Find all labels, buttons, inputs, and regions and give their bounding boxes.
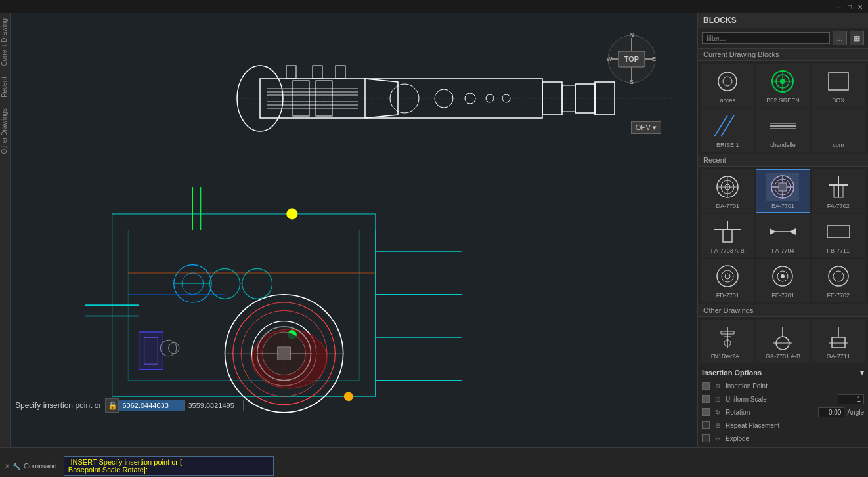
command-text-line2: Basepoint Scale Rotate]: <box>68 466 269 474</box>
block-ea7701-thumbnail <box>766 173 800 201</box>
block-cpm[interactable]: cpm <box>812 108 865 152</box>
current-drawing-header: Current Drawing Blocks <box>698 49 868 61</box>
canvas-area[interactable]: TOP N S E W OPV ▾ <box>11 13 697 447</box>
explode-row: ⊹ Explode <box>702 432 864 445</box>
more-options-button[interactable]: ... <box>833 31 847 45</box>
insertion-point-icon: ⊕ <box>712 381 723 391</box>
block-fe7701-label: FE-7701 <box>771 292 794 299</box>
other-drawings-blocks: ГN1Rev2A... GA-7701 A-B <box>698 317 868 363</box>
coord-y-input[interactable] <box>184 400 244 411</box>
svg-text:TOP: TOP <box>624 55 639 63</box>
bottom-bar: ✕ 🔧 Command : -INSERT Specify insertion … <box>0 447 868 477</box>
panel-toolbar: ... ▦ <box>698 28 868 49</box>
block-fa7702-thumbnail <box>821 173 856 201</box>
block-fb7711[interactable]: FB-7711 <box>812 214 865 257</box>
plan-drawing <box>11 187 697 418</box>
block-ga7711[interactable]: GA-7711 <box>812 320 865 363</box>
blocks-scroll-area[interactable]: Current Drawing Blocks acces <box>698 49 868 363</box>
svg-text:N: N <box>630 33 634 38</box>
rotation-icon: ↻ <box>712 407 723 417</box>
block-fa7703ab[interactable]: FA-7703 A-B <box>701 214 754 257</box>
plan-view[interactable] <box>11 187 697 418</box>
command-text-box[interactable]: -INSERT Specify insertion point or [ Bas… <box>64 456 274 476</box>
uniform-scale-value[interactable] <box>838 394 864 404</box>
uniform-scale-checkbox[interactable] <box>702 395 710 403</box>
block-acces-thumbnail <box>710 67 745 96</box>
command-wrench-icon[interactable]: 🔧 <box>12 461 21 470</box>
filter-input[interactable] <box>702 32 830 44</box>
svg-point-63 <box>287 209 297 219</box>
tab-other-drawings[interactable]: Other Drawings <box>0 103 10 159</box>
insertion-options-chevron: ▾ <box>860 368 864 377</box>
block-ga7701ab[interactable]: GA-7701 A-B <box>756 320 810 363</box>
block-b02green-label: B02 GREEN <box>766 97 800 104</box>
command-area: Specify insertion point or 🔒 <box>11 396 697 415</box>
block-fa7702[interactable]: FA-7702 <box>812 169 865 213</box>
block-fa7704[interactable]: FA-7704 <box>756 214 810 257</box>
block-fe7702[interactable]: FE-7702 <box>812 259 865 302</box>
svg-rect-85 <box>822 68 855 95</box>
block-fb7711-thumbnail <box>821 217 856 246</box>
command-close-button[interactable]: ✕ <box>3 461 12 470</box>
block-fa7704-thumbnail <box>766 217 800 246</box>
title-bar: ─ □ ✕ <box>0 0 868 13</box>
block-ga7711-label: GA-7711 <box>827 353 850 360</box>
svg-text:S: S <box>630 79 634 85</box>
svg-rect-106 <box>779 183 787 191</box>
block-fd7701[interactable]: FD-7701 <box>701 259 754 302</box>
block-gn1rev2a-thumbnail <box>710 323 745 352</box>
minimize-button[interactable]: ─ <box>834 1 844 12</box>
command-text-line1: -INSERT Specify insertion point or [ <box>68 458 269 466</box>
insertion-point-row: ⊕ Insertion Point <box>702 379 864 392</box>
view-settings-button[interactable]: ▦ <box>850 31 864 45</box>
block-ga7711-thumbnail <box>821 323 856 352</box>
tab-recent[interactable]: Recent <box>0 72 10 103</box>
svg-text:E: E <box>652 56 656 62</box>
block-ga7701ab-label: GA-7701 A-B <box>766 353 800 360</box>
block-box[interactable]: BOX <box>812 64 865 107</box>
block-fe7701[interactable]: FE-7701 <box>756 259 810 302</box>
panel-title-text: BLOCKS <box>703 16 737 25</box>
repeat-placement-checkbox[interactable] <box>702 421 710 429</box>
rotation-value[interactable] <box>818 407 844 417</box>
block-brise1-thumbnail <box>710 112 745 140</box>
block-fa7703ab-label: FA-7703 A-B <box>711 247 745 254</box>
svg-rect-94 <box>822 112 855 140</box>
block-gn1rev2a[interactable]: ГN1Rev2A... <box>701 320 754 363</box>
block-fd7701-thumbnail <box>710 262 745 291</box>
coord-x-input[interactable] <box>119 400 184 411</box>
explode-checkbox[interactable] <box>702 434 710 442</box>
block-box-label: BOX <box>832 97 844 104</box>
block-da7701-label: DA-7701 <box>716 203 739 209</box>
opv-button[interactable]: OPV ▾ <box>631 121 661 134</box>
restore-button[interactable]: □ <box>844 1 855 12</box>
uniform-scale-label: Uniform Scale <box>726 396 835 403</box>
left-side-tabs: Current Drawing Recent Other Drawings <box>0 13 11 447</box>
svg-point-128 <box>781 274 785 278</box>
block-acces[interactable]: acces <box>701 64 754 107</box>
block-chandelle[interactable]: chandelle <box>756 108 810 152</box>
block-b02-green[interactable]: B02 GREEN <box>756 64 810 107</box>
explode-icon: ⊹ <box>712 433 723 444</box>
current-drawing-blocks: acces B02 GREEN <box>698 61 868 154</box>
svg-text:W: W <box>607 56 613 62</box>
tab-current-drawing[interactable]: Current Drawing <box>0 13 10 72</box>
block-fe7701-thumbnail <box>766 262 800 291</box>
block-da7701[interactable]: DA-7701 <box>701 169 754 213</box>
block-brise1[interactable]: BRISE 1 <box>701 108 754 152</box>
block-fa7702-label: FA-7702 <box>827 203 850 209</box>
insertion-point-checkbox[interactable] <box>702 382 710 390</box>
lock-icon[interactable]: 🔒 <box>106 398 119 413</box>
block-ea7701-label: EA-7701 <box>771 203 794 209</box>
insertion-options-toggle[interactable]: Insertion Options ▾ <box>702 366 864 379</box>
close-button[interactable]: ✕ <box>855 1 865 12</box>
block-b02green-thumbnail <box>766 67 800 96</box>
angle-label: Angle <box>847 409 864 416</box>
block-ea7701[interactable]: EA-7701 <box>756 169 810 213</box>
svg-rect-75 <box>278 347 291 360</box>
insertion-options: Insertion Options ▾ ⊕ Insertion Point ⊡ … <box>698 363 868 447</box>
recent-header: Recent <box>698 154 868 167</box>
block-fe7702-label: FE-7702 <box>827 292 850 299</box>
rotation-checkbox[interactable] <box>702 408 710 416</box>
repeat-placement-row: ⊞ Repeat Placement <box>702 419 864 432</box>
